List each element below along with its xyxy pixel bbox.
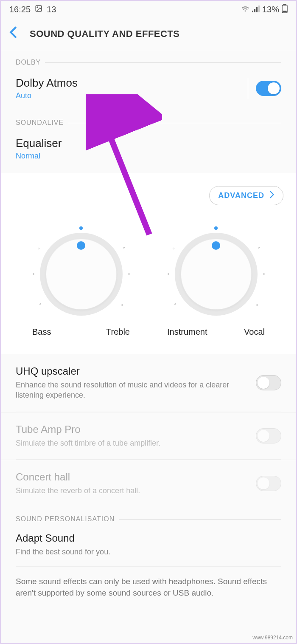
tube-desc: Simulate the soft timbre of a tube ampli… xyxy=(16,438,247,448)
dials-row: Bass Treble Instrument Vocal xyxy=(1,218,296,337)
notification-count: 13 xyxy=(47,5,56,14)
soundalive-header: SOUNDALIVE xyxy=(16,119,281,127)
bass-treble-dial[interactable] xyxy=(34,226,129,322)
bass-treble-dial-group: Bass Treble xyxy=(32,226,130,337)
treble-label: Treble xyxy=(106,327,130,337)
equaliser-sub: Normal xyxy=(16,152,62,161)
vocal-label: Vocal xyxy=(244,327,265,337)
dolby-atmos-item[interactable]: Dolby Atmos Auto xyxy=(16,66,281,110)
advanced-label: ADVANCED xyxy=(218,191,264,200)
dial-panel: ADVANCED Bass Treble xyxy=(1,173,296,354)
bass-label: Bass xyxy=(32,327,51,337)
svg-point-1 xyxy=(37,6,38,7)
uhq-toggle[interactable] xyxy=(256,375,281,390)
uhq-item[interactable]: UHQ upscaler Enhance the sound resolutio… xyxy=(1,354,296,412)
instrument-vocal-dial-group: Instrument Vocal xyxy=(167,226,265,337)
battery-percent: 13% xyxy=(262,5,279,14)
concert-hall-item: Concert hall Simulate the reverb of a co… xyxy=(1,460,296,507)
uhq-title: UHQ upscaler xyxy=(16,365,247,377)
tube-toggle xyxy=(256,428,281,443)
footer-note: Some sound effects can only be used with… xyxy=(1,567,296,608)
svg-rect-7 xyxy=(283,4,286,5)
instrument-vocal-dial[interactable] xyxy=(168,226,264,322)
equaliser-title: Equaliser xyxy=(16,137,62,150)
adapt-sound-item[interactable]: Adapt Sound Find the best sound for you. xyxy=(16,523,281,566)
concert-toggle xyxy=(256,476,281,491)
bass-treble-labels: Bass Treble xyxy=(32,327,130,337)
svg-rect-8 xyxy=(283,11,286,12)
adapt-title: Adapt Sound xyxy=(16,532,281,544)
soundalive-label: SOUNDALIVE xyxy=(16,119,64,127)
vertical-separator xyxy=(248,78,248,99)
svg-rect-3 xyxy=(254,9,255,12)
image-icon xyxy=(35,5,42,14)
status-bar: 16:25 13 13% xyxy=(1,1,296,18)
header: SOUND QUALITY AND EFFECTS xyxy=(1,18,296,50)
divider xyxy=(1,50,296,50)
dolby-header: DOLBY xyxy=(16,59,281,66)
page-title: SOUND QUALITY AND EFFECTS xyxy=(30,28,180,40)
battery-icon xyxy=(282,4,288,15)
signal-icon xyxy=(252,5,260,14)
personalisation-header: SOUND PERSONALISATION xyxy=(16,515,281,523)
instrument-label: Instrument xyxy=(167,327,207,337)
status-left: 16:25 13 xyxy=(9,5,56,14)
wifi-icon xyxy=(241,5,249,14)
svg-rect-2 xyxy=(252,11,253,12)
concert-desc: Simulate the reverb of a concert hall. xyxy=(16,486,247,496)
dolby-label: DOLBY xyxy=(16,59,41,66)
status-time: 16:25 xyxy=(9,5,31,14)
status-right: 13% xyxy=(241,4,288,15)
back-icon[interactable] xyxy=(9,26,17,41)
svg-rect-4 xyxy=(256,7,258,12)
dolby-atmos-toggle[interactable] xyxy=(256,81,281,96)
dolby-atmos-title: Dolby Atmos xyxy=(16,76,78,90)
svg-rect-5 xyxy=(258,6,260,12)
adapt-desc: Find the best sound for you. xyxy=(16,547,281,557)
concert-title: Concert hall xyxy=(16,471,247,483)
tube-amp-item: Tube Amp Pro Simulate the soft timbre of… xyxy=(1,412,296,459)
advanced-button[interactable]: ADVANCED xyxy=(209,186,283,205)
equaliser-item[interactable]: Equaliser Normal xyxy=(16,127,281,169)
chevron-right-icon xyxy=(269,191,275,201)
uhq-desc: Enhance the sound resolution of music an… xyxy=(16,380,247,401)
watermark: www.989214.com xyxy=(252,635,293,641)
personalisation-label: SOUND PERSONALISATION xyxy=(16,515,115,523)
instrument-vocal-labels: Instrument Vocal xyxy=(167,327,265,337)
dolby-section: DOLBY Dolby Atmos Auto SOUNDALIVE Equali… xyxy=(1,59,296,169)
dolby-atmos-sub: Auto xyxy=(16,91,78,100)
personalisation-section: SOUND PERSONALISATION Adapt Sound Find t… xyxy=(1,515,296,566)
tube-title: Tube Amp Pro xyxy=(16,424,247,435)
